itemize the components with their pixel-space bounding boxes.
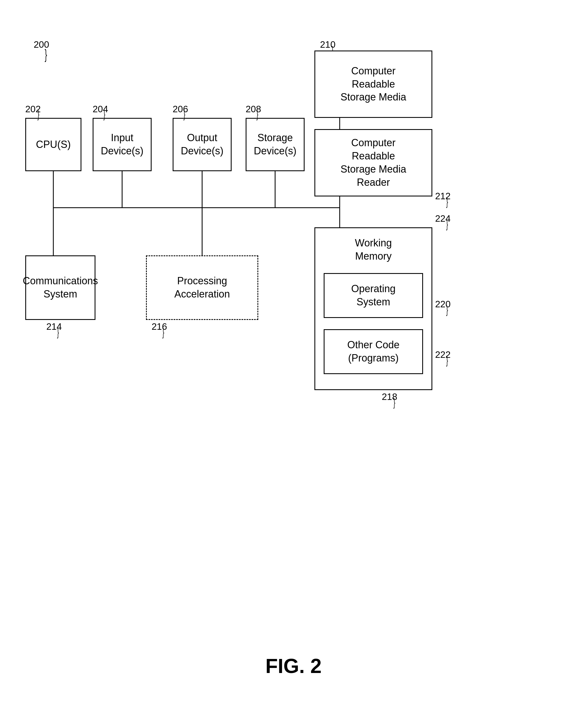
label-224: 224 [435,213,451,224]
curly-220: } [446,304,448,316]
label-204: 204 [93,104,108,115]
output-device-label: Output Device(s) [181,131,224,158]
box-processing-acceleration: Processing Acceleration [146,256,258,320]
curly-218: } [393,396,395,409]
box-output-device: Output Device(s) [173,118,232,171]
figure-caption: FIG. 2 [265,654,322,678]
curly-200: } [45,46,47,63]
box-cr-storage-media: Computer Readable Storage Media [314,50,432,118]
curly-208: } [256,108,258,121]
curly-224: } [446,218,448,231]
input-device-label: Input Device(s) [101,131,143,158]
cr-storage-media-label: Computer Readable Storage Media [341,65,406,104]
cpu-label: CPU(S) [36,138,71,151]
storage-device-label: Storage Device(s) [254,131,297,158]
label-214: 214 [46,321,62,332]
curly-216: } [162,326,164,339]
curly-206: } [183,108,185,121]
box-cr-storage-media-reader: Computer Readable Storage Media Reader [314,129,432,196]
other-code-label: Other Code (Programs) [347,338,399,365]
label-220: 220 [435,299,451,310]
label-212: 212 [435,191,451,201]
box-operating-system: Operating System [324,273,423,318]
processing-acceleration-label: Processing Acceleration [174,274,230,301]
curly-204: } [103,108,105,121]
label-208: 208 [245,104,261,115]
label-206: 206 [173,104,188,115]
connector-lines [17,22,564,500]
operating-system-label: Operating System [351,282,396,309]
box-communications-system: Communications System [25,256,95,320]
label-216: 216 [151,321,167,332]
curly-202: } [37,108,39,121]
curly-222: } [446,354,448,367]
label-222: 222 [435,349,451,360]
box-storage-device: Storage Device(s) [245,118,305,171]
curly-212: } [446,196,448,208]
box-other-code: Other Code (Programs) [324,329,423,374]
communications-system-label: Communications System [23,274,98,301]
box-working-memory: Working Memory Operating System Other Co… [314,227,432,390]
working-memory-label: Working Memory [315,237,431,263]
diagram-container: 200 } CPU(S) 202 } Input Device(s) 204 }… [17,22,564,500]
curly-214: } [57,326,59,339]
box-input-device: Input Device(s) [93,118,151,171]
cr-storage-media-reader-label: Computer Readable Storage Media Reader [341,137,406,189]
box-cpu: CPU(S) [25,118,81,171]
